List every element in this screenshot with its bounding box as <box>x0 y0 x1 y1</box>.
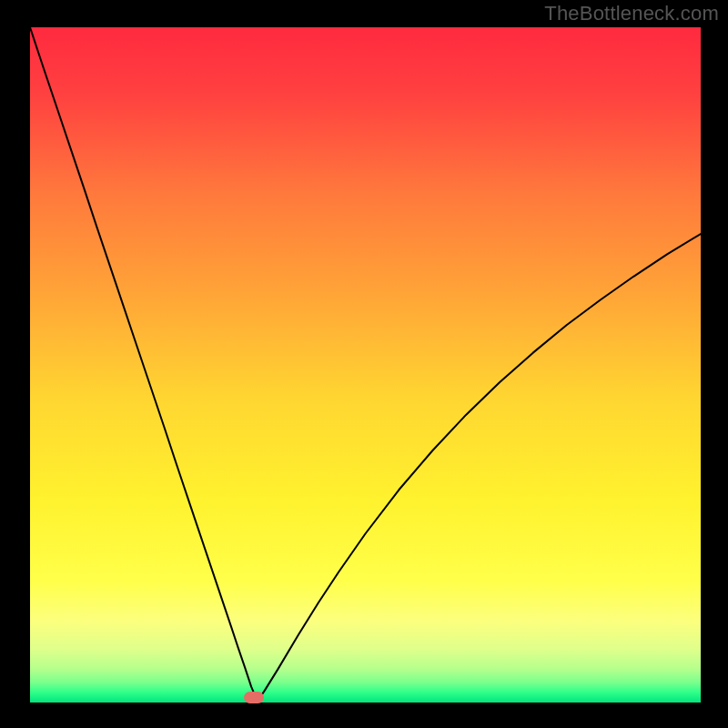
chart-container: TheBottleneck.com <box>0 0 728 728</box>
chart-svg <box>30 27 701 703</box>
plot-area <box>30 27 701 703</box>
optimal-point-marker <box>244 692 264 703</box>
gradient-background <box>30 27 701 703</box>
watermark-label: TheBottleneck.com <box>544 2 719 25</box>
